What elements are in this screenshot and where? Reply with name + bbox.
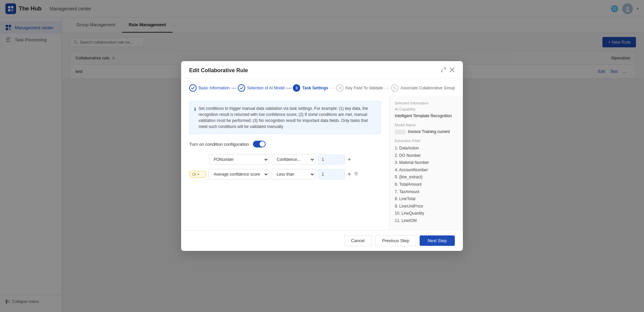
extraction-field-item: 2. DO Number	[395, 152, 458, 160]
extraction-field-item: 4. AccountNumber	[395, 167, 458, 174]
ai-capability-value: Intelligent Template Recognition	[395, 113, 458, 119]
condition-section: PONumber Average confidence score of ...…	[189, 154, 381, 180]
selected-info-title: Selected Information	[395, 101, 458, 105]
step-5-label: Associate Collaborative Group	[400, 86, 455, 90]
svg-rect-23	[357, 173, 358, 175]
modal-title: Edit Collaborative Rule	[189, 68, 248, 74]
condition-row-2: Or ▾ Average confidence score of ... PON…	[189, 169, 381, 180]
extraction-field-item: 3. Material Number	[395, 159, 458, 167]
or-badge[interactable]: Or ▾	[189, 171, 206, 178]
info-icon: ℹ	[194, 106, 196, 130]
modal-overlay: Edit Collaborative Rule Basic Informatio…	[0, 0, 644, 312]
step-1-label: Basic Information	[199, 86, 230, 90]
next-step-button[interactable]: Next Step	[420, 235, 455, 246]
expand-modal-button[interactable]	[441, 67, 446, 74]
condition-prefix-2: Or ▾	[189, 171, 206, 178]
operator-select-1[interactable]: Confidence... Less than Greater than	[272, 154, 315, 165]
model-name-value: Invoice Training current	[395, 129, 458, 135]
field-select-2[interactable]: Average confidence score of ... PONumber	[209, 169, 269, 180]
condition-row-1: PONumber Average confidence score of ...…	[189, 154, 381, 165]
extraction-field-item: 6. TotalAmount	[395, 181, 458, 188]
step-4: 4 Key Field To Validate	[336, 84, 383, 92]
step-3-label: Task Settings	[302, 86, 328, 90]
extraction-field-item: 5. {line_extract}	[395, 174, 458, 181]
svg-rect-20	[354, 173, 358, 173]
step-2-circle	[238, 84, 245, 92]
value-input-2[interactable]	[318, 169, 345, 179]
step-4-label: Key Field To Validate	[345, 86, 383, 90]
operator-select-2[interactable]: Less than Greater than Confidence...	[272, 169, 315, 180]
delete-condition-btn-2[interactable]	[354, 172, 359, 177]
step-5: 5 Associate Collaborative Group	[391, 84, 455, 92]
add-condition-btn-2[interactable]: +	[347, 171, 351, 178]
step-1: Basic Information	[189, 84, 230, 92]
step-4-circle: 4	[336, 84, 343, 92]
add-condition-btn-1[interactable]: +	[347, 156, 351, 163]
step-line-2-3	[286, 88, 291, 88]
extraction-field-item: 8. LineTotal	[395, 195, 458, 203]
step-line-4-5	[384, 88, 390, 88]
svg-rect-22	[356, 173, 357, 175]
selected-info-panel: Selected Information AI Capability Intel…	[389, 96, 463, 230]
extraction-field-label: Extraction Field	[395, 139, 458, 143]
info-text: Set conditions to trigger manual data va…	[199, 105, 376, 130]
step-3: 3 Task Settings	[293, 84, 328, 92]
extraction-field-item: 1. DataAction	[395, 145, 458, 152]
extraction-field-list: 1. DataAction2. DO Number3. Material Num…	[395, 145, 458, 225]
extraction-field-item: 7. TaxAmount	[395, 188, 458, 196]
close-modal-button[interactable]	[449, 67, 455, 74]
condition-toggle[interactable]	[253, 141, 266, 147]
step-line-3-4	[329, 88, 335, 88]
step-3-circle: 3	[293, 84, 300, 92]
edit-rule-modal: Edit Collaborative Rule Basic Informatio…	[181, 61, 463, 251]
info-box: ℹ Set conditions to trigger manual data …	[189, 101, 381, 134]
step-5-circle: 5	[391, 84, 398, 92]
extraction-field-item: 11. LineIOM	[395, 217, 458, 225]
model-name-label: Model Name	[395, 123, 458, 127]
step-2: Selection of AI Model	[238, 84, 285, 92]
ai-capability-label: AI Capability	[395, 107, 458, 111]
or-chevron-icon: ▾	[198, 173, 199, 176]
value-input-1[interactable]	[318, 154, 345, 165]
step-2-label: Selection of AI Model	[247, 86, 285, 90]
svg-rect-21	[355, 173, 356, 175]
cancel-button[interactable]: Cancel	[344, 235, 372, 246]
extraction-field-item: 9. LineUnitPrice	[395, 203, 458, 210]
step-line-1-2	[231, 88, 236, 88]
field-select-1[interactable]: PONumber Average confidence score of ...	[209, 154, 269, 165]
or-label: Or	[192, 172, 196, 176]
model-badge	[395, 130, 406, 134]
previous-step-button[interactable]: Previous Step	[375, 235, 416, 246]
step-1-circle	[189, 84, 197, 92]
extraction-field-item: 10. LineQuantity	[395, 210, 458, 217]
toggle-label: Turn on condition configuration	[189, 142, 249, 147]
stepper: Basic Information Selection of AI Model …	[181, 79, 463, 96]
